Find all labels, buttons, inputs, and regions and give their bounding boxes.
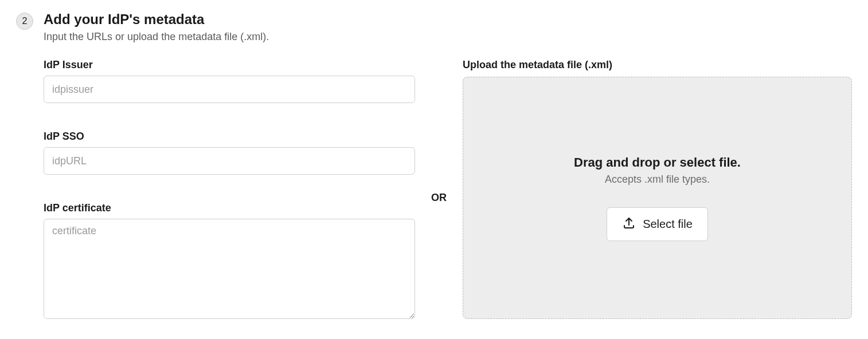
issuer-input[interactable] [44,76,415,103]
select-file-button[interactable]: Select file [607,207,708,241]
step-subtitle: Input the URLs or upload the metadata fi… [44,31,852,43]
manual-fields-column: IdP Issuer IdP SSO IdP certificate [44,59,415,319]
select-file-button-label: Select file [643,218,693,231]
step-body: Add your IdP's metadata Input the URLs o… [44,11,852,319]
field-group-sso: IdP SSO [44,131,415,175]
config-row: IdP Issuer IdP SSO IdP certificate OR Up… [44,59,852,319]
field-group-certificate: IdP certificate [44,202,415,319]
step-number-badge: 2 [16,13,33,30]
upload-label: Upload the metadata file (.xml) [463,59,852,71]
or-divider: OR [431,175,447,204]
upload-icon [622,216,636,232]
step-number-text: 2 [22,16,28,26]
sso-label: IdP SSO [44,131,415,143]
issuer-label: IdP Issuer [44,59,415,71]
file-dropzone[interactable]: Drag and drop or select file. Accepts .x… [463,77,852,319]
certificate-textarea[interactable] [44,219,415,319]
step-container: 2 Add your IdP's metadata Input the URLs… [16,11,852,319]
certificate-label: IdP certificate [44,202,415,214]
step-title: Add your IdP's metadata [44,11,852,27]
field-group-issuer: IdP Issuer [44,59,415,103]
dropzone-primary-text: Drag and drop or select file. [574,155,741,170]
upload-column: Upload the metadata file (.xml) Drag and… [463,59,852,319]
dropzone-secondary-text: Accepts .xml file types. [605,174,710,186]
sso-input[interactable] [44,147,415,175]
